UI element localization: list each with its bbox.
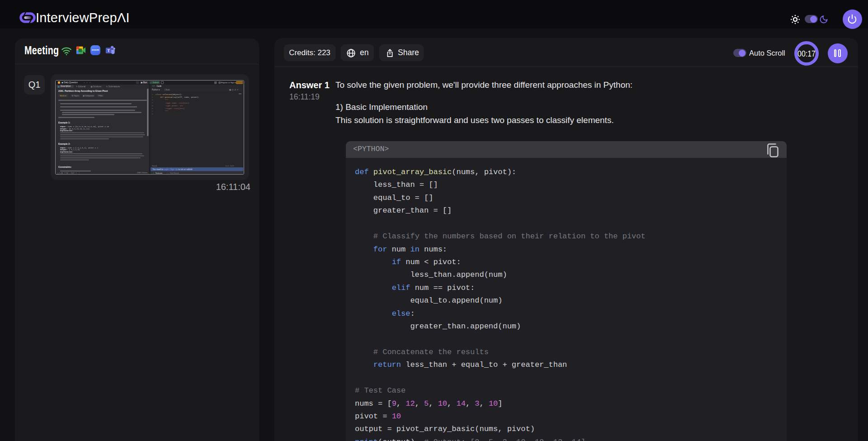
svg-text:T: T [107, 48, 110, 53]
